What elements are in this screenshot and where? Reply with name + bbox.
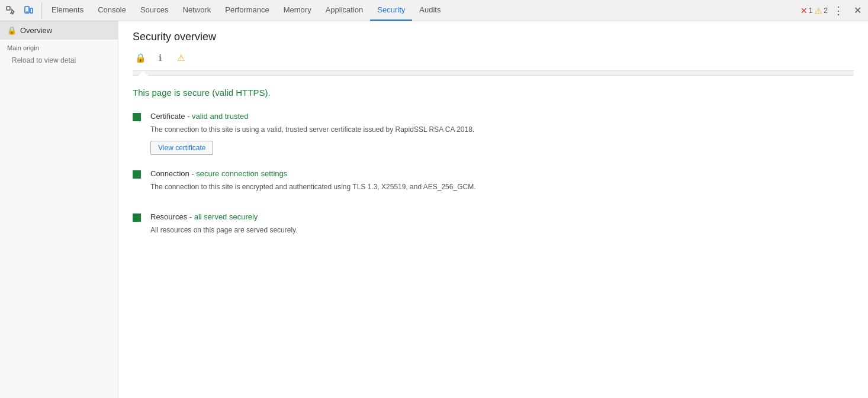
devtools-toolbar: ElementsConsoleSourcesNetworkPerformance… (0, 0, 868, 21)
more-options-button[interactable]: ⋮ (830, 2, 847, 19)
section-desc-connection: The connection to this site is encrypted… (150, 182, 854, 192)
sidebar-item-overview[interactable]: 🔒 Overview (0, 21, 118, 40)
section-link-certificate[interactable]: valid and trusted (192, 112, 248, 121)
svg-rect-2 (30, 8, 33, 13)
svg-rect-0 (7, 7, 10, 10)
sidebar: 🔒 Overview Main origin Reload to view de… (0, 21, 118, 398)
tab-audits[interactable]: Audits (412, 0, 448, 21)
section-content-certificate: Certificate - valid and trustedThe conne… (150, 112, 854, 155)
tab-application[interactable]: Application (319, 0, 371, 21)
device-toolbar-icon[interactable] (20, 2, 37, 19)
secure-message: This page is secure (valid HTTPS). (133, 88, 854, 98)
lock-icon: 🔒 (7, 26, 17, 35)
tab-elements[interactable]: Elements (44, 0, 91, 21)
security-icon-row: 🔒 ℹ ⚠ (133, 50, 854, 71)
tab-security[interactable]: Security (370, 0, 412, 21)
security-header: Security overview 🔒 ℹ ⚠ (118, 21, 868, 76)
section-desc-certificate: The connection to this site is using a v… (150, 124, 854, 135)
security-section-connection: Connection - secure connection settingsT… (133, 169, 854, 198)
tab-sources[interactable]: Sources (133, 0, 176, 21)
warning-count: 2 (824, 7, 828, 15)
devtools-body: 🔒 Overview Main origin Reload to view de… (0, 21, 868, 398)
security-section-resources: Resources - all served securelyAll resou… (133, 212, 854, 241)
tabs-bar: ElementsConsoleSourcesNetworkPerformance… (44, 0, 801, 21)
tab-console[interactable]: Console (91, 0, 133, 21)
sidebar-overview-label: Overview (20, 26, 52, 35)
section-dot-resources (133, 213, 141, 222)
section-content-connection: Connection - secure connection settingsT… (150, 169, 854, 198)
section-title-connection: Connection - secure connection settings (150, 169, 854, 178)
toolbar-icon-group (2, 2, 42, 19)
toolbar-right: ✕ 1 ⚠ 2 ⋮ ✕ (801, 2, 866, 19)
secure-lock-icon[interactable]: 🔒 (133, 50, 148, 66)
warning-triangle-icon[interactable]: ⚠ (173, 50, 188, 66)
section-link-resources[interactable]: all served securely (194, 212, 258, 221)
warning-count-badge[interactable]: ⚠ 2 (815, 6, 828, 15)
warning-icon: ⚠ (815, 6, 822, 15)
reload-label: Reload to view detai (12, 56, 76, 64)
main-content: Security overview 🔒 ℹ ⚠ This page is sec… (118, 21, 868, 398)
section-dot-certificate (133, 113, 141, 121)
section-desc-resources: All resources on this page are served se… (150, 225, 854, 235)
section-title-resources: Resources - all served securely (150, 212, 854, 221)
section-title-certificate: Certificate - valid and trusted (150, 112, 854, 121)
section-content-resources: Resources - all served securelyAll resou… (150, 212, 854, 241)
security-sections: Certificate - valid and trustedThe conne… (133, 112, 854, 241)
info-icon[interactable]: ℹ (153, 50, 168, 66)
section-dot-connection (133, 170, 141, 179)
tab-network[interactable]: Network (176, 0, 218, 21)
error-count-badge[interactable]: ✕ 1 (801, 6, 813, 15)
tab-memory[interactable]: Memory (277, 0, 319, 21)
tab-performance[interactable]: Performance (218, 0, 276, 21)
view-certificate-button[interactable]: View certificate (150, 141, 213, 155)
close-devtools-button[interactable]: ✕ (849, 2, 866, 19)
security-section-certificate: Certificate - valid and trustedThe conne… (133, 112, 854, 155)
sidebar-reload-item[interactable]: Reload to view detai (0, 54, 118, 67)
error-icon: ✕ (801, 6, 808, 15)
pointer-separator (133, 71, 854, 76)
error-count: 1 (809, 7, 813, 15)
security-overview-title: Security overview (133, 31, 854, 43)
sidebar-section-main-origin: Main origin (0, 40, 118, 54)
main-origin-label: Main origin (7, 44, 39, 51)
security-body: This page is secure (valid HTTPS). Certi… (118, 76, 868, 267)
inspect-element-icon[interactable] (2, 2, 19, 19)
section-link-connection[interactable]: secure connection settings (196, 169, 287, 178)
pointer-arrow (139, 71, 148, 76)
